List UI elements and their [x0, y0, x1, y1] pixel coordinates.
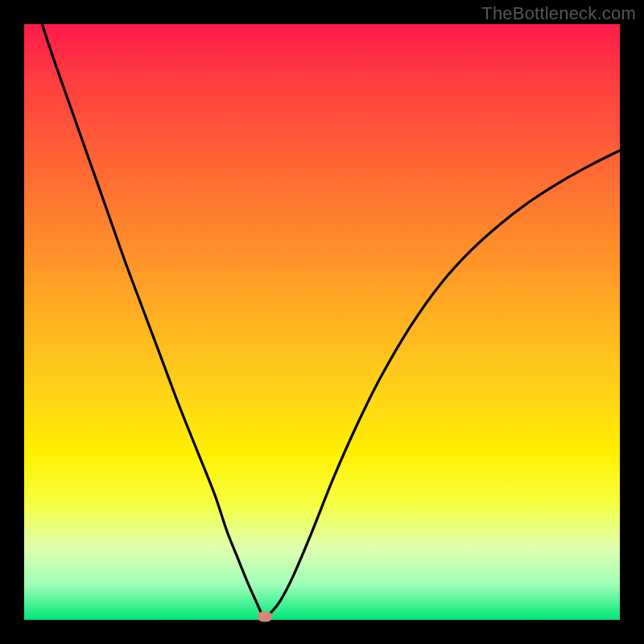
curve-svg	[24, 24, 620, 620]
chart-frame: TheBottleneck.com	[0, 0, 644, 644]
minimum-marker	[258, 611, 272, 621]
plot-area	[24, 24, 620, 620]
watermark-label: TheBottleneck.com	[481, 3, 636, 24]
bottleneck-curve	[42, 24, 620, 617]
